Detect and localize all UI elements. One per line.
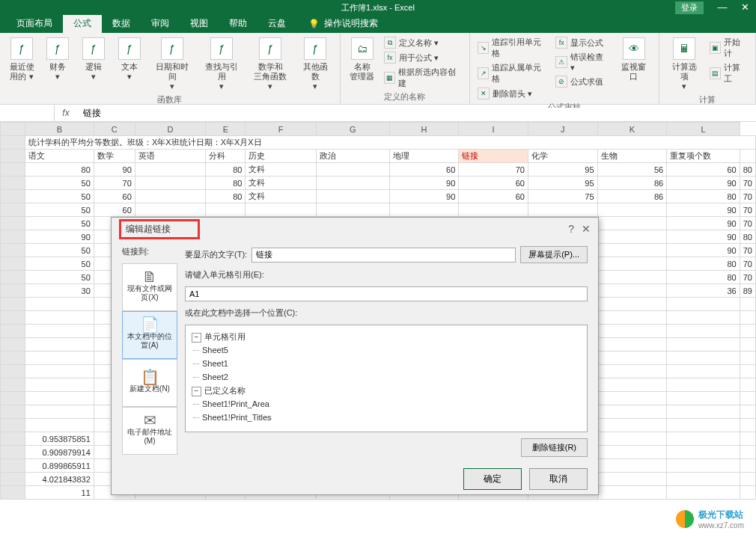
cell[interactable] [25,378,94,392]
column-title[interactable]: 链接 [459,150,528,163]
cell[interactable] [597,338,667,352]
cell[interactable] [667,311,740,325]
tab-help[interactable]: 帮助 [219,14,257,33]
column-title[interactable]: 生物 [597,150,667,163]
cell[interactable] [740,352,755,365]
column-title[interactable]: 历史 [246,150,316,163]
cell[interactable]: 56 [597,163,667,177]
column-header[interactable]: F [246,123,316,136]
row-header[interactable] [1,217,25,230]
cell[interactable]: 11 [25,486,94,500]
column-title[interactable]: 分科 [206,150,246,163]
cell[interactable] [25,352,94,365]
tell-me-search[interactable]: 💡 操作说明搜索 [301,14,385,33]
cell[interactable]: 90 [667,230,740,244]
cell[interactable]: 0.953875851 [25,432,94,446]
cell[interactable]: 70 [740,244,755,257]
cell[interactable]: 80 [667,257,740,271]
column-header[interactable]: H [389,123,459,136]
cell[interactable]: 90 [25,230,94,244]
row-header[interactable] [1,405,25,419]
name-box[interactable] [0,105,55,121]
cell[interactable] [740,365,755,378]
cell[interactable]: 70 [740,271,755,284]
cell[interactable]: 70 [740,217,755,230]
trace-dependents-button[interactable]: ↗追踪从属单元格 [475,61,551,85]
cell[interactable] [316,177,389,190]
cell[interactable]: 70 [94,177,135,190]
cell[interactable]: 50 [25,190,94,203]
use-in-formula-button[interactable]: fx用于公式 ▾ [381,51,465,64]
cell[interactable]: 86 [597,190,667,203]
cell[interactable] [246,203,316,217]
row-header[interactable] [1,284,25,298]
row-header[interactable] [1,163,25,177]
cell[interactable]: 90 [389,177,459,190]
tree-name[interactable]: Sheet1!Print_Area [202,399,269,408]
cell[interactable]: 50 [25,244,94,257]
cell[interactable] [25,392,94,405]
calc-options-button[interactable]: 🖩 计算选项 ▾ [664,36,705,93]
cell[interactable] [740,338,755,352]
row-header[interactable] [1,325,25,338]
row-header[interactable] [1,298,25,311]
cell[interactable]: 90 [667,177,740,190]
cell-ref-input[interactable] [185,286,588,301]
show-formulas-button[interactable]: fx显示公式 [552,36,612,49]
cell[interactable] [740,392,755,405]
cell[interactable] [316,190,389,203]
column-header[interactable]: I [459,123,528,136]
cell[interactable]: 80 [667,190,740,203]
row-header[interactable] [1,473,25,486]
cell[interactable] [135,203,205,217]
cell[interactable] [316,163,389,177]
row-header[interactable] [1,365,25,378]
cell[interactable]: 60 [94,203,135,217]
cell[interactable]: 90 [667,203,740,217]
minimize-icon[interactable]: — [711,0,734,15]
cell[interactable] [667,405,740,419]
tree-sheet[interactable]: Sheet1 [202,359,228,368]
function-category-button[interactable]: ƒ其他函数 ▾ [295,36,335,93]
link-type-button[interactable]: 🗎现有文件或网页(X) [122,263,177,311]
cell[interactable]: 50 [25,257,94,271]
cell[interactable]: 70 [459,163,528,177]
ok-button[interactable]: 确定 [463,468,522,490]
row-header[interactable] [1,352,25,365]
tab-review[interactable]: 审阅 [141,14,180,33]
cell[interactable] [528,203,597,217]
location-tree[interactable]: −单元格引用 Sheet5 Sheet1 Sheet2 −已定义名称 Sheet… [185,325,588,432]
column-header[interactable]: E [206,123,246,136]
cell[interactable]: 80 [206,190,246,203]
column-title[interactable]: 语文 [25,150,94,163]
cell[interactable]: 文科 [246,177,316,190]
error-checking-button[interactable]: ⚠错误检查 ▾ [552,51,612,73]
cell[interactable] [667,419,740,432]
column-title[interactable]: 政治 [316,150,389,163]
column-header[interactable]: B [25,123,94,136]
cell[interactable] [206,203,246,217]
cell[interactable]: 80 [206,163,246,177]
link-type-button[interactable]: 📋新建文档(N) [122,359,177,407]
cell[interactable]: 70 [740,177,755,190]
cell[interactable]: 95 [528,177,597,190]
cell[interactable] [597,298,667,311]
function-category-button[interactable]: ƒ财务 ▾ [40,36,75,83]
row-header[interactable] [1,419,25,432]
row-header[interactable] [1,150,25,163]
column-header[interactable]: K [597,123,667,136]
fx-icon[interactable]: fx [55,108,77,118]
cell[interactable]: 60 [667,163,740,177]
cell[interactable] [135,177,205,190]
tab-page-layout[interactable]: 页面布局 [6,14,63,33]
cell[interactable] [667,298,740,311]
cell[interactable] [597,352,667,365]
cell[interactable] [597,311,667,325]
cell[interactable]: 50 [25,177,94,190]
cell[interactable]: 60 [459,177,528,190]
cell[interactable]: 50 [25,203,94,217]
cell[interactable] [25,325,94,338]
cell[interactable]: 80 [667,271,740,284]
column-title[interactable]: 地理 [389,150,459,163]
cell[interactable]: 80 [740,163,755,177]
